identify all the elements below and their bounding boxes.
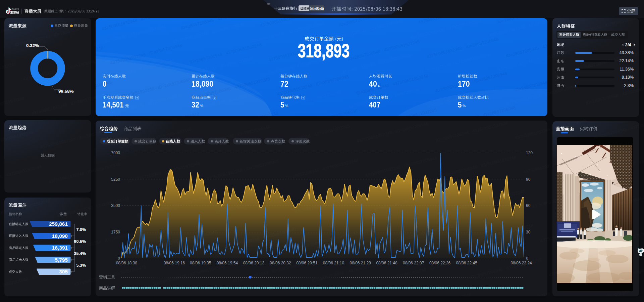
svg-text:?: ? (136, 96, 138, 99)
svg-text:?: ? (214, 96, 215, 99)
svg-text:?: ? (302, 96, 304, 99)
